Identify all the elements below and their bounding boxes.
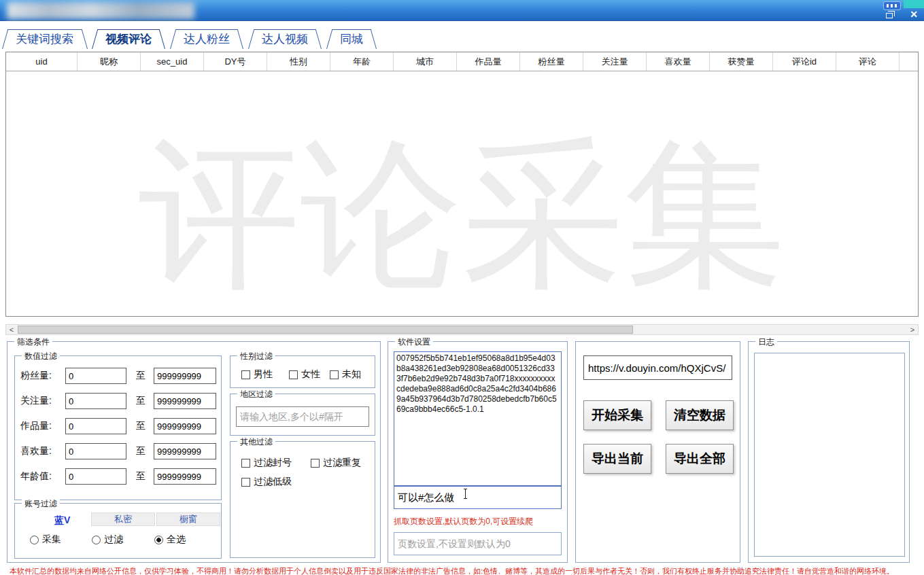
column-header-comment-extra[interactable]: 评论	[900, 52, 918, 71]
log-panel: 日志	[748, 341, 910, 563]
column-header-nickname[interactable]: 昵称	[78, 52, 141, 71]
tab-influencer-fans[interactable]: 达人粉丝	[170, 29, 243, 49]
keyword-input[interactable]	[394, 486, 562, 509]
software-settings-panel: 软件设置 007952f5b5b741eb1ef95068a8d1b95e4d0…	[388, 341, 568, 563]
following-max-input[interactable]	[154, 393, 216, 409]
checkbox-filter-lowgrade[interactable]: 过滤低级	[241, 476, 292, 488]
checkbox-filter-banned[interactable]: 过滤封号	[241, 457, 292, 469]
tab-same-city[interactable]: 同城	[326, 29, 377, 49]
age-max-input[interactable]	[154, 468, 216, 485]
column-header-city[interactable]: 城市	[394, 52, 457, 71]
scroll-left-arrow-icon[interactable]: <	[6, 325, 17, 334]
restore-icon	[886, 13, 893, 18]
license-key-box[interactable]: 007952f5b5b741eb1ef95068a8d1b95e4d03b8a4…	[394, 351, 562, 486]
radio-filter[interactable]: 过滤	[92, 534, 123, 546]
private-header-cell[interactable]: 私密	[91, 512, 155, 526]
checkbox-filter-duplicate-input[interactable]	[311, 459, 320, 468]
results-table: uid 昵称 sec_uid DY号 性别 年龄 城市 作品量 粉丝量 关注量 …	[5, 52, 919, 317]
column-header-praised[interactable]: 获赞量	[710, 52, 773, 71]
tab-influencer-videos[interactable]: 达人视频	[248, 29, 322, 49]
checkbox-filter-duplicate-label: 过滤重复	[323, 457, 361, 469]
likes-min-input[interactable]	[65, 443, 126, 459]
tab-label: 关键词搜索	[16, 33, 73, 46]
checkbox-unknown[interactable]: 未知	[330, 368, 361, 381]
likes-max-input[interactable]	[154, 443, 216, 459]
checkbox-female-label: 女性	[301, 368, 320, 381]
column-header-age[interactable]: 年龄	[330, 52, 394, 71]
column-header-comment-id[interactable]: 评论id	[773, 52, 836, 71]
column-header-dy-id[interactable]: DY号	[204, 52, 267, 71]
window-title-redacted	[7, 2, 194, 19]
other-filter-group: 其他过滤 过滤封号 过滤重复 过滤低级	[230, 441, 375, 558]
showcase-header-cell[interactable]: 橱窗	[156, 512, 220, 526]
to-label: 至	[136, 445, 146, 457]
checkbox-filter-duplicate[interactable]: 过滤重复	[311, 457, 361, 469]
tab-bar: 关键词搜索 视频评论 达人粉丝 达人视频 同城	[0, 21, 924, 49]
checkbox-male-input[interactable]	[241, 370, 250, 379]
export-all-button[interactable]: 导出全部	[666, 444, 734, 474]
other-filter-title: 其他过滤	[237, 436, 275, 448]
radio-collect-input[interactable]	[30, 536, 39, 544]
start-collect-button[interactable]: 开始采集	[583, 400, 651, 430]
account-filter-title: 账号过滤	[22, 498, 60, 510]
column-header-uid[interactable]: uid	[6, 52, 78, 71]
watermark-text: 评论采集	[6, 134, 918, 296]
checkbox-filter-banned-input[interactable]	[241, 459, 250, 468]
scroll-right-arrow-icon[interactable]: >	[907, 325, 918, 334]
works-min-input[interactable]	[65, 418, 126, 434]
checkbox-unknown-input[interactable]	[330, 370, 339, 379]
horizontal-scrollbar[interactable]: < >	[5, 324, 919, 335]
age-min-input[interactable]	[65, 468, 126, 485]
checkbox-female-input[interactable]	[289, 370, 298, 379]
window-controls: ✕	[883, 9, 920, 20]
radio-collect[interactable]: 采集	[30, 534, 61, 546]
radio-select-all-input[interactable]	[154, 536, 163, 544]
log-listbox[interactable]	[754, 353, 905, 557]
pages-input[interactable]	[394, 532, 562, 555]
log-panel-title: 日志	[755, 336, 777, 348]
to-label: 至	[136, 370, 146, 382]
table-header-row: uid 昵称 sec_uid DY号 性别 年龄 城市 作品量 粉丝量 关注量 …	[6, 52, 918, 71]
column-header-secuid[interactable]: sec_uid	[141, 52, 204, 71]
close-button[interactable]: ✕	[908, 9, 920, 20]
tab-label: 达人视频	[262, 33, 308, 46]
radio-select-all[interactable]: 全选	[154, 534, 186, 546]
tab-keyword-search[interactable]: 关键词搜索	[2, 29, 87, 49]
blue-v-label: 蓝V	[54, 515, 70, 527]
column-header-following[interactable]: 关注量	[583, 52, 647, 71]
scrollbar-thumb[interactable]	[18, 326, 633, 334]
region-filter-group: 地区过滤	[230, 394, 375, 436]
export-current-button[interactable]: 导出当前	[583, 444, 651, 474]
tab-label: 达人粉丝	[184, 33, 230, 46]
gender-filter-title: 性别过滤	[237, 351, 275, 362]
works-max-input[interactable]	[154, 418, 216, 434]
region-filter-title: 地区过滤	[237, 389, 275, 400]
checkbox-filter-lowgrade-input[interactable]	[241, 478, 250, 487]
maximize-button[interactable]	[883, 9, 895, 20]
tab-label: 视频评论	[105, 33, 152, 46]
to-label: 至	[136, 395, 146, 407]
column-header-gender[interactable]: 性别	[267, 52, 330, 71]
checkbox-female[interactable]: 女性	[289, 368, 320, 381]
column-header-works[interactable]: 作品量	[457, 52, 520, 71]
clear-data-button[interactable]: 清空数据	[666, 400, 734, 430]
tab-label: 同城	[340, 33, 363, 46]
column-header-comment[interactable]: 评论	[836, 52, 900, 71]
numeric-filter-title: 数值过滤	[22, 351, 60, 362]
checkbox-male[interactable]: 男性	[241, 368, 273, 381]
following-min-input[interactable]	[65, 393, 126, 409]
likes-count-label: 喜欢量:	[20, 445, 64, 457]
share-url-input[interactable]	[583, 355, 732, 380]
app-window: ✕ 关键词搜索 视频评论 达人粉丝 达人视频 同城 uid 昵称 sec_uid…	[0, 0, 924, 575]
radio-select-all-label: 全选	[167, 534, 186, 546]
fans-max-input[interactable]	[154, 368, 216, 384]
tab-video-comments[interactable]: 视频评论	[92, 29, 165, 49]
fans-min-input[interactable]	[65, 368, 126, 384]
checkbox-filter-banned-label: 过滤封号	[254, 457, 292, 469]
region-input[interactable]	[236, 406, 369, 427]
column-header-fans[interactable]: 粉丝量	[520, 52, 583, 71]
column-header-likes[interactable]: 喜欢量	[647, 52, 710, 71]
radio-filter-input[interactable]	[92, 536, 101, 544]
radio-collect-label: 采集	[42, 534, 61, 546]
table-body: 评论采集	[6, 71, 918, 316]
